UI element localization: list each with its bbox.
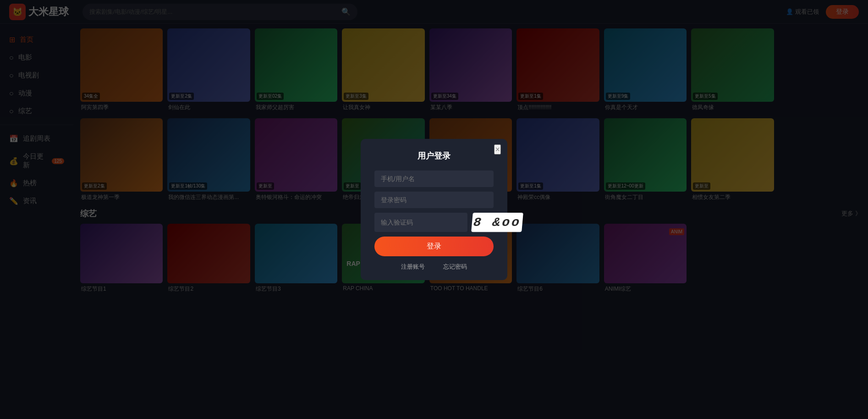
modal-links: 注册账号 忘记密码 xyxy=(374,263,494,271)
register-link[interactable]: 注册账号 xyxy=(401,263,425,271)
login-submit-button[interactable]: 登录 xyxy=(374,237,494,256)
forgot-password-link[interactable]: 忘记密码 xyxy=(443,263,467,271)
captcha-input[interactable] xyxy=(374,213,467,232)
login-modal: × 用户登录 8 &oo 登录 注册账号 忘记密码 xyxy=(361,139,507,280)
password-input[interactable] xyxy=(374,192,494,208)
modal-close-button[interactable]: × xyxy=(494,144,501,154)
captcha-image[interactable]: 8 &oo xyxy=(471,213,523,232)
username-input[interactable] xyxy=(374,171,494,187)
modal-overlay[interactable]: × 用户登录 8 &oo 登录 注册账号 忘记密码 xyxy=(0,0,868,419)
modal-title: 用户登录 xyxy=(374,150,494,161)
captcha-row: 8 &oo xyxy=(374,213,494,232)
